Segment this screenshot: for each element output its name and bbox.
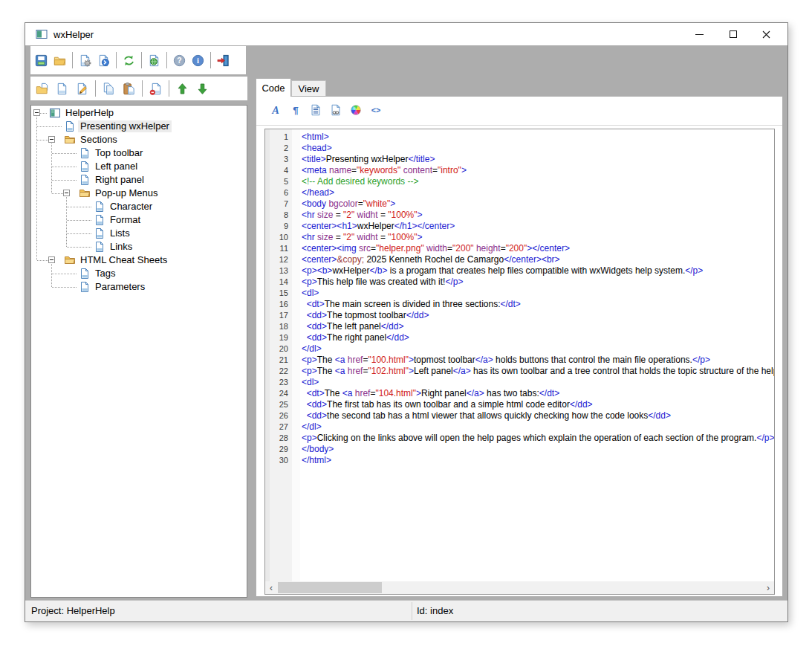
code-editor[interactable]: 1<html>2<head>3<title>Presenting wxHelpe…: [264, 129, 775, 595]
paragraph-icon: ¶: [289, 103, 302, 117]
tree-item[interactable]: Presenting wxHelper: [31, 120, 247, 133]
add-topic-button[interactable]: [32, 79, 52, 98]
tree-page-icon: [79, 268, 91, 280]
tree-item-label[interactable]: Presenting wxHelper: [78, 120, 172, 132]
help-icon: ?: [172, 54, 186, 68]
tab-view[interactable]: View: [291, 80, 326, 97]
tree-item-label[interactable]: Links: [108, 241, 134, 253]
tree-folder-icon: [64, 134, 76, 146]
help-button[interactable]: ?: [170, 51, 189, 70]
tree-expander-minus[interactable]: [63, 190, 70, 196]
tree-expander-minus[interactable]: [48, 136, 55, 143]
maximize-button[interactable]: [716, 23, 750, 45]
tree-item-label[interactable]: Tags: [93, 268, 117, 280]
open-icon: [53, 54, 67, 68]
line-number: 10: [265, 232, 292, 243]
tree-item-label[interactable]: Lists: [108, 227, 132, 239]
line-number: 24: [265, 388, 292, 399]
tree-item[interactable]: Lists: [31, 227, 247, 240]
svg-text:<>: <>: [371, 106, 380, 114]
tree-item[interactable]: Character: [31, 200, 247, 213]
new-topic-button[interactable]: [52, 79, 72, 98]
line-number: 21: [265, 355, 292, 366]
tree-item-label[interactable]: Character: [108, 201, 155, 213]
toolbar-separator: [141, 52, 142, 68]
page-settings-button[interactable]: [76, 51, 94, 70]
close-button[interactable]: [750, 23, 783, 45]
code-line: 25 <dd>The first tab has its own toolbar…: [265, 399, 774, 410]
code-line: 7<body bgcolor="white">: [265, 198, 774, 210]
move-down-button[interactable]: [192, 79, 212, 98]
status-project: Project: HelperHelp: [31, 605, 115, 616]
about-button[interactable]: i: [189, 51, 207, 70]
code-line: 20</dl>: [265, 343, 774, 355]
tab-code[interactable]: Code: [256, 78, 291, 97]
copy-button[interactable]: [99, 79, 119, 98]
tree-item[interactable]: Format: [31, 213, 247, 227]
font-button[interactable]: A: [265, 101, 285, 119]
tree-item[interactable]: Sections: [31, 133, 247, 146]
open-button[interactable]: [51, 51, 69, 70]
line-number: 6: [265, 187, 292, 198]
tree-item-label[interactable]: Format: [108, 214, 143, 226]
line-number: 29: [265, 444, 292, 455]
tree-item[interactable]: HTML Cheat Sheets: [31, 253, 247, 267]
fold-cell: [292, 332, 302, 343]
tree-item-label[interactable]: HelperHelp: [63, 107, 116, 119]
color-button[interactable]: [345, 101, 366, 119]
code-text: <hr size = "2" widht = "100%">: [302, 232, 423, 243]
tree-item-label[interactable]: Left panel: [93, 161, 140, 172]
tree-item[interactable]: Right panel: [31, 173, 247, 187]
tree-item[interactable]: Left panel: [31, 160, 247, 173]
move-up-button[interactable]: [172, 79, 192, 98]
preview-button[interactable]: [145, 51, 163, 70]
app-window: wxHelper ?i HelperHelpPresenting wxHelpe…: [25, 22, 788, 622]
tree-expander-minus[interactable]: [33, 109, 40, 116]
paste-button[interactable]: [119, 79, 139, 98]
tree-item-label[interactable]: Sections: [78, 134, 120, 146]
horizontal-scrollbar[interactable]: ‹ ›: [265, 581, 774, 594]
delete-topic-button[interactable]: [146, 79, 166, 98]
tree-item-label[interactable]: Top toolbar: [93, 147, 145, 159]
app-icon: [36, 28, 48, 40]
code-text: <dd>The first tab has its own toolbar an…: [302, 399, 593, 410]
tree-item-label[interactable]: Parameters: [93, 281, 147, 293]
tree-page-icon: [79, 174, 91, 186]
scrollbar-thumb[interactable]: [278, 582, 382, 593]
image-link-button[interactable]: [325, 101, 345, 119]
topic-toolbar: [30, 77, 247, 100]
code-line: 11<center><img src="helper.png" width="2…: [265, 243, 774, 254]
line-number: 17: [265, 310, 292, 321]
code-text: <p><b>wxHelper</b> is a progam that crea…: [302, 265, 703, 277]
export-button[interactable]: [94, 51, 113, 70]
svg-text:A: A: [271, 104, 279, 116]
code-line: 16 <dt>The main screen is divided in thr…: [265, 299, 774, 310]
exit-button[interactable]: [214, 51, 233, 70]
paragraph-button[interactable]: ¶: [285, 101, 305, 119]
tree-item-label[interactable]: HTML Cheat Sheets: [78, 254, 169, 266]
move-up-icon: [175, 82, 189, 96]
toolbar-separator: [95, 80, 96, 97]
tree-page-icon: [79, 161, 91, 172]
list-button[interactable]: [305, 101, 325, 119]
minimize-button[interactable]: [683, 23, 716, 45]
tree-item[interactable]: Top toolbar: [31, 146, 247, 160]
tree-item[interactable]: Parameters: [31, 280, 247, 294]
code-text: <dd>The left panel</dd>: [302, 321, 403, 332]
tree-item[interactable]: HelperHelp: [31, 106, 247, 120]
save-button[interactable]: [32, 51, 51, 70]
tree-item[interactable]: Pop-up Menus: [31, 187, 247, 200]
line-number: 3: [265, 154, 292, 165]
tree-item-label[interactable]: Right panel: [93, 174, 146, 186]
tree-item[interactable]: Links: [31, 240, 247, 253]
scroll-left-arrow[interactable]: ‹: [265, 581, 277, 594]
refresh-button[interactable]: [120, 51, 138, 70]
scroll-right-arrow[interactable]: ›: [762, 581, 774, 594]
tree-item[interactable]: Tags: [31, 267, 247, 280]
edit-topic-button[interactable]: [72, 79, 92, 98]
fold-cell: [292, 221, 302, 232]
tree-expander-minus[interactable]: [48, 256, 55, 263]
code-line: 4<meta name="keywords" content="intro">: [265, 165, 774, 176]
code-tags-button[interactable]: <>: [366, 101, 386, 119]
tree-item-label[interactable]: Pop-up Menus: [93, 187, 160, 199]
